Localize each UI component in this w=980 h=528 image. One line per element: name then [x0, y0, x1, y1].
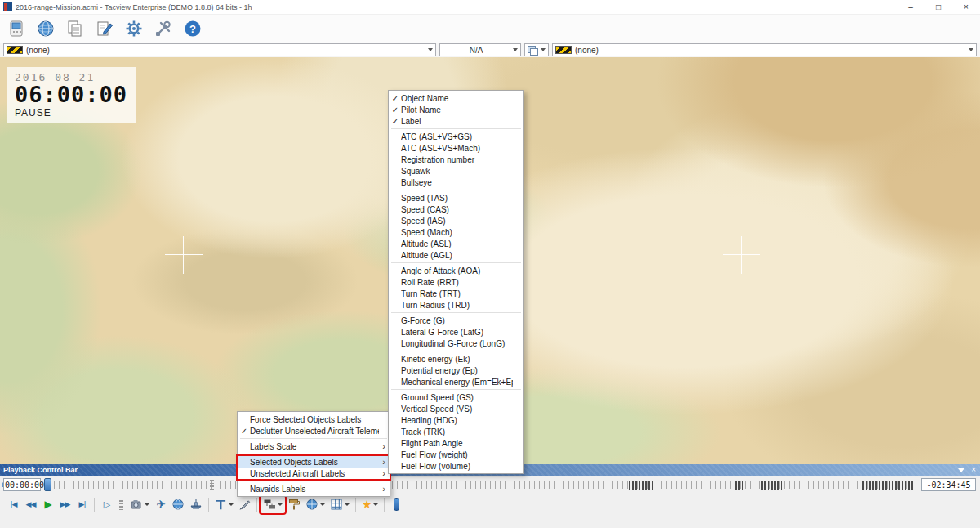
menu-item-pilot-name[interactable]: ✓Pilot Name — [389, 104, 523, 115]
minimize-button[interactable]: – — [897, 0, 924, 15]
menu-item-label: Speed (IAS) — [401, 217, 513, 226]
rewind-button[interactable]: ◀◀ — [22, 496, 39, 513]
map-layers-button[interactable] — [303, 496, 327, 513]
tools-button[interactable] — [150, 16, 176, 41]
menu-item-label: Altitude (AGL) — [401, 251, 513, 260]
menu-item-speed-tas[interactable]: Speed (TAS) — [389, 192, 523, 204]
measurement-tool-button[interactable] — [212, 496, 236, 513]
chevron-down-icon — [345, 503, 350, 506]
menu-item-flight-path-angle[interactable]: Flight Path Angle — [389, 437, 523, 449]
menu-item-label: Speed (TAS) — [401, 194, 513, 203]
menu-item-fuel-flow-weight[interactable]: Fuel Flow (weight) — [389, 449, 523, 460]
menu-item-object-name[interactable]: ✓Object Name — [389, 92, 523, 104]
menu-item-label: Fuel Flow (weight) — [401, 450, 513, 459]
aircraft-view-button[interactable]: ✈ — [152, 496, 169, 513]
menu-item-turn-radius-trd[interactable]: Turn Radius (TRD) — [389, 299, 523, 311]
settings-button[interactable] — [121, 16, 147, 41]
terrain-texture-button[interactable] — [285, 496, 303, 513]
telemetry-value-selector[interactable]: N/A — [439, 43, 521, 56]
menu-item-label: Navaids Labels — [250, 485, 379, 494]
globe-layers-icon — [305, 498, 318, 511]
menu-item-labels-scale[interactable]: Labels Scale› — [238, 441, 390, 452]
app-icon — [3, 2, 12, 11]
grid-icon — [330, 498, 343, 511]
skip-start-icon: |◀ — [11, 501, 17, 508]
menu-item-ground-speed-gs[interactable]: Ground Speed (GS) — [389, 392, 523, 403]
recorder-button[interactable] — [3, 16, 29, 41]
auto-hide-button[interactable] — [958, 468, 964, 472]
menu-item-speed-mach[interactable]: Speed (Mach) — [389, 226, 523, 238]
menu-item-speed-cas[interactable]: Speed (CAS) — [389, 204, 523, 215]
chevron-down-icon — [278, 503, 283, 506]
menu-item-kinetic-energy-ek[interactable]: Kinetic energy (Ek) — [389, 353, 523, 365]
menu-item-g-force-g[interactable]: G-Force (G) — [389, 315, 523, 326]
satellite-view-button[interactable] — [169, 496, 187, 513]
menu-item-selected-objects-labels[interactable]: Selected Objects Labels› — [238, 456, 390, 468]
menu-item-turn-rate-trt[interactable]: Turn Rate (TRT) — [389, 288, 523, 299]
menu-item-label[interactable]: ✓Label — [389, 115, 523, 127]
toolbar-separator — [384, 498, 385, 512]
secondary-object-selector[interactable]: (none) — [552, 43, 977, 56]
grid-options-button[interactable] — [327, 496, 352, 513]
maximize-button[interactable]: □ — [924, 0, 952, 15]
close-panel-button[interactable]: × — [971, 465, 976, 475]
skip-to-end-button[interactable]: ▶| — [74, 496, 91, 513]
menu-item-registration-number[interactable]: Registration number — [389, 154, 523, 165]
toolbar-grip[interactable] — [119, 499, 123, 510]
elapsed-time-input[interactable]: +00:00:00 — [3, 478, 41, 491]
svg-text:?: ? — [189, 23, 196, 35]
remaining-time-input[interactable]: -02:34:45 — [921, 478, 976, 491]
menu-item-squawk[interactable]: Squawk — [389, 165, 523, 177]
menu-item-label: Potential energy (Ep) — [401, 366, 513, 375]
toolbar-separator — [94, 498, 95, 512]
menu-item-angle-of-attack-aoa[interactable]: Angle of Attack (AOA) — [389, 265, 523, 276]
menu-item-label: ATC (ASL+VS+GS) — [401, 132, 513, 141]
bookmark-button[interactable]: ★ — [359, 496, 381, 513]
skip-to-start-button[interactable]: |◀ — [5, 496, 22, 513]
menu-item-altitude-asl[interactable]: Altitude (ASL) — [389, 238, 523, 249]
menu-item-heading-hdg[interactable]: Heading (HDG) — [389, 414, 523, 426]
labels-icon — [263, 498, 276, 511]
splitter-grip[interactable] — [210, 480, 214, 490]
camera-mode-button[interactable] — [127, 496, 152, 513]
menu-item-speed-ias[interactable]: Speed (IAS) — [389, 215, 523, 226]
menu-item-force-selected-objects-labels[interactable]: Force Selected Objects Labels — [238, 414, 390, 425]
help-button[interactable]: ? — [180, 16, 206, 41]
external-view-button[interactable] — [187, 496, 205, 513]
menu-item-potential-energy-ep[interactable]: Potential energy (Ep) — [389, 365, 523, 376]
menu-item-lateral-g-force-latg[interactable]: Lateral G-Force (LatG) — [389, 326, 523, 338]
timeline[interactable] — [54, 481, 916, 489]
menu-item-vertical-speed-vs[interactable]: Vertical Speed (VS) — [389, 403, 523, 414]
labels-button[interactable] — [261, 496, 285, 513]
menu-item-navaids-labels[interactable]: Navaids Labels› — [238, 483, 390, 494]
secondary-selector-button[interactable] — [524, 43, 549, 56]
menu-item-mechanical-energy-em-ek-ep[interactable]: Mechanical energy (Em=Ek+Ep) — [389, 376, 523, 387]
menu-item-track-trk[interactable]: Track (TRK) — [389, 426, 523, 437]
menu-item-fuel-flow-volume[interactable]: Fuel Flow (volume) — [389, 460, 523, 472]
timeline-handle[interactable] — [44, 478, 51, 491]
world-button[interactable] — [33, 16, 59, 41]
time-marker-button[interactable] — [388, 496, 405, 513]
cut-tool-button[interactable] — [236, 496, 253, 513]
menu-item-unselected-aircraft-labels[interactable]: Unselected Aircraft Labels› — [238, 468, 390, 479]
play-button[interactable]: ▶ — [39, 496, 56, 513]
menu-item-bullseye[interactable]: Bullseye — [389, 177, 523, 188]
documents-button[interactable] — [62, 16, 88, 41]
fast-forward-button[interactable]: ▶▶ — [56, 496, 74, 513]
menu-item-roll-rate-rrt[interactable]: Roll Rate (RRT) — [389, 276, 523, 288]
menu-item-atc-asl-vs-gs[interactable]: ATC (ASL+VS+GS) — [389, 131, 523, 142]
menu-separator — [391, 389, 521, 390]
step-forward-button[interactable]: ▷ — [98, 496, 115, 513]
primary-object-selector[interactable]: (none) — [3, 43, 436, 56]
menu-item-longitudinal-g-force-long[interactable]: Longitudinal G-Force (LonG) — [389, 338, 523, 349]
close-button[interactable]: × — [952, 0, 980, 15]
timeline-event-segment — [629, 481, 653, 490]
menu-item-label: Bullseye — [401, 178, 513, 187]
menu-item-atc-asl-vs-mach[interactable]: ATC (ASL+VS+Mach) — [389, 142, 523, 154]
menu-item-label: G-Force (G) — [401, 316, 513, 325]
menu-item-altitude-agl[interactable]: Altitude (AGL) — [389, 249, 523, 261]
edit-button[interactable] — [91, 16, 118, 41]
menu-item-label: Declutter Unselected Aircraft Telemetry — [250, 427, 379, 436]
menu-item-declutter-unselected-aircraft-telemetry[interactable]: ✓Declutter Unselected Aircraft Telemetry — [238, 425, 390, 436]
menu-item-label: ATC (ASL+VS+Mach) — [401, 144, 513, 153]
